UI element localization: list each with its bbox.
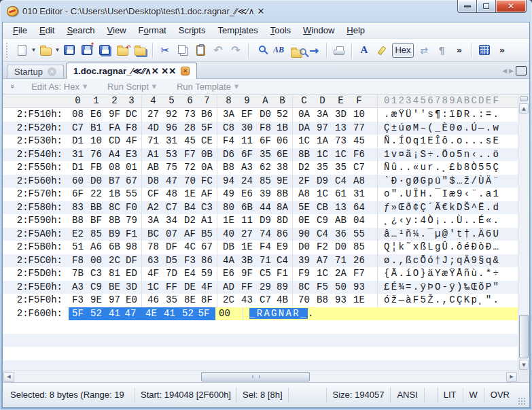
hex-byte[interactable]: D0 — [87, 175, 105, 188]
status-encoding[interactable]: ANSI — [390, 388, 423, 403]
hex-byte[interactable]: A3 — [69, 281, 87, 294]
hex-byte[interactable]: AB — [144, 161, 162, 175]
hex-byte[interactable]: C4 — [313, 228, 332, 241]
hex-byte[interactable]: 72 — [181, 161, 199, 175]
hex-byte[interactable]: C3 — [87, 267, 105, 281]
hex-byte[interactable]: 47 — [124, 307, 142, 321]
vertical-scroll-thumb[interactable] — [519, 315, 529, 358]
hex-byte[interactable]: D2 — [181, 214, 199, 228]
menu-item-scripts[interactable]: Scripts — [173, 23, 212, 37]
hex-byte[interactable]: 1E — [350, 294, 368, 307]
hex-byte[interactable]: 31 — [69, 148, 87, 162]
hex-byte[interactable]: D1 — [69, 161, 87, 175]
hex-byte[interactable]: C5 — [256, 267, 274, 281]
hex-byte[interactable]: 59 — [199, 267, 217, 281]
hex-byte[interactable]: 53 — [162, 148, 181, 162]
menu-item-view[interactable]: View — [101, 23, 132, 37]
hex-byte[interactable]: AF — [199, 188, 217, 201]
scroll-left-icon[interactable]: ◀ — [3, 372, 14, 382]
tab-document[interactable]: 1.doc.ragnar_∕≪∕∕∧✕ ✕✕ ✕ — [66, 63, 197, 79]
hex-ascii[interactable]: Ñû..«ur.¸£b8Ò55Ç — [377, 161, 500, 175]
hex-ascii[interactable]: Ñ.ÍOq1EÎô.o...sE — [377, 135, 500, 148]
cut-button[interactable]: ✂ — [157, 42, 173, 58]
hex-byte[interactable]: 3D — [124, 281, 142, 294]
hex-byte[interactable]: 4F — [199, 281, 217, 294]
hex-byte[interactable]: C4 — [274, 254, 293, 268]
hex-byte[interactable]: 4F — [144, 267, 162, 281]
save-all-button[interactable] — [96, 42, 113, 58]
new-file-button[interactable] — [14, 42, 30, 58]
hex-byte[interactable]: A3 — [238, 161, 256, 175]
hex-byte[interactable]: 44 — [256, 201, 274, 215]
hex-byte[interactable]: 11 — [238, 135, 256, 148]
hex-byte[interactable]: 36 — [332, 228, 350, 241]
hex-byte[interactable]: 93 — [350, 281, 368, 294]
hex-byte[interactable]: F4 — [219, 135, 238, 148]
hex-byte[interactable]: 39 — [295, 254, 313, 268]
hex-byte[interactable]: 93 — [332, 294, 350, 307]
hex-byte[interactable]: B5 — [199, 228, 217, 241]
hex-byte[interactable]: 41 — [160, 307, 179, 321]
tab-scroll-left-icon[interactable]: ◀ — [502, 67, 507, 74]
maximize-button[interactable] — [477, 0, 496, 13]
hex-byte[interactable]: 24 — [238, 175, 256, 188]
hex-byte[interactable]: F3 — [181, 254, 199, 268]
hex-byte[interactable]: 1C — [332, 148, 350, 162]
hex-byte[interactable]: D0 — [332, 241, 350, 254]
menu-item-help[interactable]: Help — [340, 23, 371, 37]
hex-byte[interactable]: 61 — [332, 188, 350, 201]
hex-byte[interactable]: 26 — [350, 254, 368, 268]
hex-byte[interactable]: 1B — [105, 188, 124, 201]
hex-byte[interactable]: F1 — [124, 228, 142, 241]
hex-byte[interactable]: 6B — [105, 241, 124, 254]
hex-byte[interactable]: 10 — [350, 108, 368, 122]
hex-byte[interactable]: 3D — [332, 108, 350, 122]
hex-byte[interactable]: 8E — [181, 294, 199, 307]
hex-byte[interactable]: 85 — [350, 241, 368, 254]
hex-byte[interactable]: 48 — [162, 188, 181, 201]
hex-byte[interactable]: B9 — [105, 228, 124, 241]
hex-byte[interactable]: 67 — [124, 175, 142, 188]
hex-byte[interactable]: 01 — [124, 161, 142, 175]
hex-byte[interactable]: 80 — [219, 201, 238, 215]
new-file-dropdown[interactable]: ▼ — [31, 47, 37, 53]
hex-byte[interactable]: 31 — [350, 188, 368, 201]
hex-byte[interactable]: FC — [199, 175, 217, 188]
hex-byte[interactable]: 41 — [105, 307, 124, 321]
hex-byte[interactable]: 77 — [350, 122, 368, 135]
hex-byte[interactable]: C7 — [350, 161, 368, 175]
hex-byte[interactable]: 35 — [256, 148, 274, 162]
hex-byte[interactable]: 4A — [219, 254, 238, 268]
hex-byte[interactable]: E0 — [124, 294, 142, 307]
hex-byte[interactable]: 5E — [295, 201, 313, 215]
hex-byte[interactable]: F4 — [256, 241, 274, 254]
hex-byte[interactable]: 30 — [238, 122, 256, 135]
tab-scroll-right-icon[interactable]: ▶ — [509, 67, 514, 74]
hex-byte[interactable]: B8 — [69, 214, 87, 228]
hex-byte[interactable]: 04 — [350, 214, 368, 228]
hex-byte[interactable]: 8F — [199, 294, 217, 307]
hex-byte[interactable]: 4C — [181, 241, 199, 254]
font-button[interactable]: A — [356, 42, 372, 58]
hex-byte[interactable]: 1E — [238, 241, 256, 254]
hex-mode-button[interactable]: Hex — [392, 43, 414, 58]
hex-ascii[interactable]: `Ð·gØGpü"$…ž/ÙÄ¨ — [377, 175, 500, 188]
hex-byte[interactable]: C9 — [87, 281, 105, 294]
hex-byte[interactable]: 55 — [350, 228, 368, 241]
hex-byte[interactable]: A2 — [144, 201, 162, 215]
hex-byte[interactable]: 6F — [256, 135, 274, 148]
hex-byte[interactable]: 49 — [219, 188, 238, 201]
horizontal-scrollbar[interactable]: ◀ ▶ — [3, 371, 518, 382]
menu-item-format[interactable]: Format — [132, 23, 173, 37]
save-button[interactable] — [61, 42, 77, 58]
hex-byte[interactable]: E6 — [219, 267, 238, 281]
hex-byte[interactable]: 13 — [332, 122, 350, 135]
hex-byte[interactable]: FB — [87, 161, 105, 175]
hex-byte[interactable]: DE — [181, 281, 199, 294]
hex-byte[interactable]: 1B — [274, 122, 293, 135]
hex-ascii[interactable]: £É¾=.ÿÞO-ÿ)‰ŒõP" — [377, 281, 500, 294]
hex-byte[interactable]: A1 — [199, 214, 217, 228]
hex-byte[interactable]: 7B — [69, 267, 87, 281]
hex-byte[interactable]: 60 — [69, 175, 87, 188]
menu-item-edit[interactable]: Edit — [33, 23, 60, 37]
